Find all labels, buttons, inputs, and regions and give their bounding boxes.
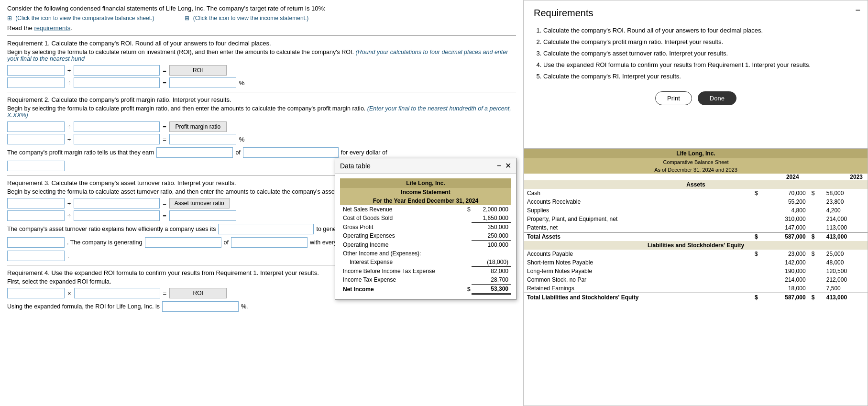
req-list-item-3: Calculate the company's asset turnover r…	[543, 48, 858, 59]
popup-close-button[interactable]: ✕	[505, 161, 511, 170]
requirements-link[interactable]: requirements	[34, 24, 70, 32]
req4-interpretation: Using the expanded formula, the ROI for …	[7, 301, 516, 312]
req2-result[interactable]	[169, 134, 236, 144]
is-gross-profit-row: Gross Profit 350,000	[340, 223, 511, 232]
req2-interp-input1[interactable]	[156, 147, 233, 158]
bs-total-liabilities-row: Total Liabilities and Stockholders' Equi…	[524, 293, 868, 302]
is-company-name: Life Long, Inc.	[340, 178, 511, 188]
is-cogs-row: Cost of Goods Sold 1,650,000	[340, 214, 511, 223]
req1-numerator[interactable]	[7, 65, 65, 76]
req1-instruction: Begin by selecting the formula to calcul…	[7, 49, 516, 62]
req3-denominator[interactable]	[74, 198, 160, 208]
req3-equals-symbol2: =	[163, 212, 166, 219]
req4-factor1[interactable]	[7, 288, 65, 298]
req1-equals-symbol2: =	[163, 79, 166, 87]
is-other-row: Other Income and (Expenses):	[340, 249, 511, 258]
req1-formula-row2: ÷ = %	[7, 77, 516, 88]
links-row: ⊞ (Click the icon to view the comparativ…	[7, 15, 516, 22]
req1-div-symbol: ÷	[67, 67, 71, 74]
bs-stnp-row: Short-term Notes Payable 142,000 48,000	[524, 258, 868, 267]
is-period: For the Year Ended December 31, 2024	[340, 197, 511, 205]
req2-numerator[interactable]	[7, 121, 65, 132]
income-statement-icon: ⊞	[185, 15, 189, 22]
req3-value-numerator[interactable]	[7, 210, 65, 221]
req2-value-numerator[interactable]	[7, 134, 65, 144]
intro-text: Consider the following condensed financi…	[7, 5, 516, 12]
req3-value-denominator[interactable]	[74, 210, 160, 221]
req2-equals-symbol: =	[163, 123, 166, 131]
req2-div-symbol: ÷	[67, 123, 71, 131]
bs-title: Comparative Balance Sheet	[524, 158, 868, 166]
req4-factor2[interactable]	[74, 288, 160, 298]
req2-div-symbol2: ÷	[67, 136, 71, 143]
req1-equals-symbol: =	[163, 67, 166, 74]
req2-formula-row1: ÷ = Profit margin ratio	[7, 121, 516, 132]
bs-company-row: Life Long, Inc.	[524, 149, 868, 158]
popup-content: Life Long, Inc. Income Statement For the…	[335, 174, 516, 299]
requirements-box: − Requirements Calculate the company's R…	[524, 0, 868, 148]
req2-interp-input2[interactable]	[243, 147, 339, 158]
req3-interp-last-input[interactable]	[7, 251, 65, 261]
req2-percent: %	[239, 136, 245, 143]
bs-years-row: 2024 2023	[524, 174, 868, 180]
req3-equals-symbol: =	[163, 200, 166, 207]
req3-div-symbol: ÷	[67, 200, 71, 207]
req1-percent: %	[239, 79, 245, 87]
is-title-row: Income Statement	[340, 188, 511, 197]
right-panel: − Requirements Calculate the company's R…	[524, 0, 868, 406]
is-interest-row: Interest Expense (18,000)	[340, 258, 511, 267]
bs-ap-row: Accounts Payable $ 23,000 $ 25,000	[524, 250, 868, 258]
req2-formula-row2: ÷ = %	[7, 134, 516, 144]
req3-interp-input3[interactable]	[145, 237, 221, 248]
req-list-item-2: Calculate the company's profit margin ra…	[543, 37, 858, 47]
bs-total-assets-row: Total Assets $ 587,000 $ 413,000	[524, 232, 868, 241]
req1-value-denominator[interactable]	[74, 77, 160, 88]
req4-result[interactable]	[162, 301, 239, 312]
is-op-exp-row: Operating Expenses 250,000	[340, 231, 511, 241]
minimize-button[interactable]: −	[855, 5, 860, 15]
divider-1	[7, 35, 516, 36]
req3-interp-input1[interactable]	[218, 224, 314, 234]
data-table-popup: Data table − ✕ Life Long, Inc. Income St…	[335, 158, 516, 300]
req3-result[interactable]	[169, 210, 236, 221]
bs-year1: 2024	[713, 174, 809, 180]
req1-result[interactable]	[169, 77, 236, 88]
bs-patents-row: Patents, net 147,000 113,000	[524, 223, 868, 232]
req3-interp-input4[interactable]	[231, 237, 308, 248]
req-list-item-4: Use the expanded ROI formula to confirm …	[543, 60, 858, 70]
balance-sheet-table: Life Long, Inc. Comparative Balance Shee…	[524, 149, 868, 302]
req4-times-symbol: ×	[67, 290, 71, 297]
req2-denominator[interactable]	[74, 121, 160, 132]
popup-header: Data table − ✕	[335, 158, 516, 174]
req1-denominator[interactable]	[74, 65, 160, 76]
req2-equals-symbol2: =	[163, 136, 166, 143]
bs-ltnp-row: Long-term Notes Payable 190,000 120,500	[524, 267, 868, 275]
requirements-list: Calculate the company's ROI. Round all o…	[534, 25, 858, 82]
bs-re-row: Retained Earnings 18,000 7,500	[524, 284, 868, 293]
income-statement-link[interactable]: ⊞ (Click the icon to view the income sta…	[185, 15, 310, 22]
done-button[interactable]: Done	[698, 91, 736, 105]
popup-controls: − ✕	[497, 161, 511, 170]
bs-period: As of December 31, 2024 and 2023	[524, 166, 868, 174]
bs-year2: 2023	[809, 174, 868, 180]
bs-title-row: Comparative Balance Sheet	[524, 158, 868, 166]
req1-value-numerator[interactable]	[7, 77, 65, 88]
bs-ppe-row: Property, Plant, and Equipment, net 310,…	[524, 215, 868, 223]
bs-company-name: Life Long, Inc.	[524, 149, 868, 158]
print-button[interactable]: Print	[655, 91, 692, 105]
req3-numerator[interactable]	[7, 198, 65, 208]
is-op-income-row: Operating Income 100,000	[340, 241, 511, 250]
is-net-sales-row: Net Sales Revenue $ 2,000,000	[340, 205, 511, 214]
req3-formula-label: Asset turnover ratio	[169, 198, 230, 208]
balance-sheet-link[interactable]: ⊞ (Click the icon to view the comparativ…	[7, 15, 156, 22]
is-income-before-row: Income Before Income Tax Expense 82,000	[340, 267, 511, 276]
bs-supplies-row: Supplies 4,800 4,200	[524, 206, 868, 215]
divider-2	[7, 92, 516, 92]
is-net-income-row: Net Income $ 53,300	[340, 285, 511, 294]
req2-value-denominator[interactable]	[74, 134, 160, 144]
req3-interp-input2[interactable]	[7, 237, 65, 248]
req4-formula-label: ROI	[169, 288, 227, 298]
req2-interp-last-input[interactable]	[7, 161, 65, 171]
popup-minimize-button[interactable]: −	[497, 161, 501, 170]
bs-cs-row: Common Stock, no Par 214,000 212,000	[524, 275, 868, 284]
